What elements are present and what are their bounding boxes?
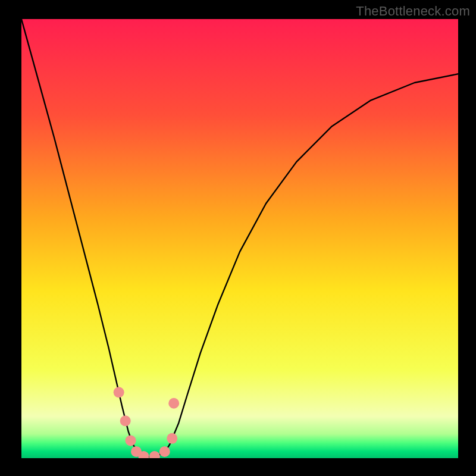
curve-marker (120, 415, 131, 426)
bottleneck-chart (0, 0, 476, 476)
curve-marker (126, 435, 136, 446)
curve-marker (159, 446, 170, 457)
watermark-text: TheBottleneck.com (356, 4, 470, 19)
chart-frame: { "watermark": "TheBottleneck.com", "cha… (0, 0, 476, 476)
curve-marker (167, 433, 177, 444)
curve-marker (139, 451, 149, 462)
curve-marker (168, 398, 179, 409)
curve-marker (149, 451, 160, 462)
gradient-background (21, 19, 458, 458)
curve-marker (114, 387, 124, 397)
